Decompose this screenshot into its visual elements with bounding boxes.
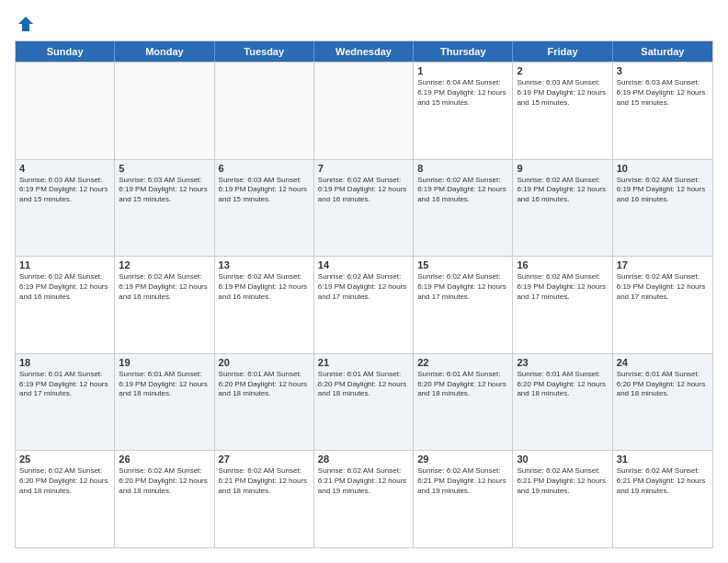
cell-info: Sunrise: 6:03 AM Sunset: 6:19 PM Dayligh… (219, 176, 310, 205)
cell-day-number: 14 (318, 259, 409, 270)
cell-info: Sunrise: 6:01 AM Sunset: 6:20 PM Dayligh… (417, 370, 508, 399)
cell-info: Sunrise: 6:02 AM Sunset: 6:19 PM Dayligh… (417, 176, 508, 205)
calendar-cell: 2Sunrise: 6:03 AM Sunset: 6:19 PM Daylig… (513, 63, 612, 159)
cell-info: Sunrise: 6:01 AM Sunset: 6:20 PM Dayligh… (219, 370, 310, 399)
calendar-header-row: SundayMondayTuesdayWednesdayThursdayFrid… (16, 41, 712, 62)
calendar-cell: 17Sunrise: 6:02 AM Sunset: 6:19 PM Dayli… (613, 257, 712, 353)
calendar-body: 1Sunrise: 6:04 AM Sunset: 6:19 PM Daylig… (16, 62, 712, 547)
cell-day-number: 27 (219, 454, 310, 465)
cell-day-number: 25 (19, 454, 110, 465)
cell-info: Sunrise: 6:02 AM Sunset: 6:21 PM Dayligh… (219, 466, 310, 496)
cell-info: Sunrise: 6:02 AM Sunset: 6:21 PM Dayligh… (417, 466, 508, 496)
calendar-header-cell: Tuesday (215, 41, 314, 62)
calendar-cell: 29Sunrise: 6:02 AM Sunset: 6:21 PM Dayli… (414, 451, 513, 547)
calendar-cell: 24Sunrise: 6:01 AM Sunset: 6:20 PM Dayli… (613, 354, 712, 451)
cell-day-number: 19 (119, 357, 210, 368)
calendar-week: 4Sunrise: 6:03 AM Sunset: 6:19 PM Daylig… (16, 159, 712, 257)
cell-info: Sunrise: 6:03 AM Sunset: 6:19 PM Dayligh… (119, 176, 210, 205)
cell-info: Sunrise: 6:02 AM Sunset: 6:21 PM Dayligh… (318, 466, 409, 496)
calendar-cell: 31Sunrise: 6:02 AM Sunset: 6:21 PM Dayli… (613, 451, 712, 547)
calendar-cell: 9Sunrise: 6:02 AM Sunset: 6:19 PM Daylig… (513, 160, 612, 257)
cell-info: Sunrise: 6:02 AM Sunset: 6:19 PM Dayligh… (219, 272, 310, 302)
cell-day-number: 22 (417, 357, 508, 368)
cell-day-number: 4 (19, 163, 110, 174)
cell-day-number: 13 (219, 259, 310, 270)
cell-info: Sunrise: 6:03 AM Sunset: 6:19 PM Dayligh… (19, 176, 110, 205)
calendar-cell: 27Sunrise: 6:02 AM Sunset: 6:21 PM Dayli… (215, 451, 314, 547)
logo-icon (17, 15, 35, 33)
calendar-header-cell: Friday (513, 41, 612, 62)
cell-day-number: 30 (517, 454, 608, 465)
cell-info: Sunrise: 6:02 AM Sunset: 6:19 PM Dayligh… (617, 272, 709, 302)
cell-info: Sunrise: 6:01 AM Sunset: 6:20 PM Dayligh… (517, 370, 608, 399)
header (15, 15, 713, 33)
cell-day-number: 9 (517, 163, 608, 174)
calendar-cell: 28Sunrise: 6:02 AM Sunset: 6:21 PM Dayli… (314, 451, 414, 547)
cell-day-number: 3 (617, 65, 709, 76)
cell-day-number: 2 (517, 65, 608, 76)
cell-info: Sunrise: 6:02 AM Sunset: 6:19 PM Dayligh… (318, 176, 409, 205)
cell-day-number: 7 (318, 163, 409, 174)
cell-day-number: 1 (417, 65, 508, 76)
cell-info: Sunrise: 6:01 AM Sunset: 6:20 PM Dayligh… (318, 370, 409, 399)
cell-info: Sunrise: 6:02 AM Sunset: 6:19 PM Dayligh… (517, 176, 608, 205)
cell-info: Sunrise: 6:02 AM Sunset: 6:19 PM Dayligh… (617, 176, 709, 205)
cell-info: Sunrise: 6:02 AM Sunset: 6:19 PM Dayligh… (318, 272, 409, 302)
calendar-cell: 15Sunrise: 6:02 AM Sunset: 6:19 PM Dayli… (414, 257, 513, 353)
cell-day-number: 29 (417, 454, 508, 465)
cell-day-number: 12 (119, 259, 210, 270)
cell-day-number: 15 (417, 259, 508, 270)
cell-day-number: 26 (119, 454, 210, 465)
calendar-cell: 7Sunrise: 6:02 AM Sunset: 6:19 PM Daylig… (314, 160, 414, 257)
calendar-cell (314, 63, 414, 159)
calendar: SundayMondayTuesdayWednesdayThursdayFrid… (15, 40, 713, 548)
calendar-cell: 23Sunrise: 6:01 AM Sunset: 6:20 PM Dayli… (513, 354, 612, 451)
calendar-header-cell: Saturday (613, 41, 712, 62)
cell-day-number: 6 (219, 163, 310, 174)
calendar-cell: 21Sunrise: 6:01 AM Sunset: 6:20 PM Dayli… (314, 354, 414, 451)
cell-info: Sunrise: 6:04 AM Sunset: 6:19 PM Dayligh… (417, 78, 508, 108)
cell-info: Sunrise: 6:01 AM Sunset: 6:19 PM Dayligh… (119, 370, 210, 399)
cell-info: Sunrise: 6:02 AM Sunset: 6:21 PM Dayligh… (517, 466, 608, 496)
calendar-cell: 6Sunrise: 6:03 AM Sunset: 6:19 PM Daylig… (215, 160, 314, 257)
logo (15, 15, 35, 33)
calendar-cell: 30Sunrise: 6:02 AM Sunset: 6:21 PM Dayli… (513, 451, 612, 547)
calendar-cell: 20Sunrise: 6:01 AM Sunset: 6:20 PM Dayli… (215, 354, 314, 451)
cell-info: Sunrise: 6:02 AM Sunset: 6:21 PM Dayligh… (617, 466, 709, 496)
calendar-header-cell: Wednesday (314, 41, 414, 62)
calendar-week: 18Sunrise: 6:01 AM Sunset: 6:19 PM Dayli… (16, 353, 712, 451)
cell-day-number: 5 (119, 163, 210, 174)
calendar-week: 11Sunrise: 6:02 AM Sunset: 6:19 PM Dayli… (16, 256, 712, 353)
calendar-cell: 5Sunrise: 6:03 AM Sunset: 6:19 PM Daylig… (115, 160, 214, 257)
cell-day-number: 28 (318, 454, 409, 465)
cell-day-number: 20 (219, 357, 310, 368)
calendar-cell (16, 63, 115, 159)
svg-marker-0 (18, 17, 33, 31)
calendar-cell: 19Sunrise: 6:01 AM Sunset: 6:19 PM Dayli… (115, 354, 214, 451)
cell-info: Sunrise: 6:01 AM Sunset: 6:19 PM Dayligh… (19, 370, 110, 399)
calendar-cell: 4Sunrise: 6:03 AM Sunset: 6:19 PM Daylig… (16, 160, 115, 257)
cell-info: Sunrise: 6:03 AM Sunset: 6:19 PM Dayligh… (617, 78, 709, 108)
cell-info: Sunrise: 6:02 AM Sunset: 6:19 PM Dayligh… (517, 272, 608, 302)
calendar-cell: 1Sunrise: 6:04 AM Sunset: 6:19 PM Daylig… (414, 63, 513, 159)
cell-info: Sunrise: 6:02 AM Sunset: 6:20 PM Dayligh… (119, 466, 210, 496)
calendar-header-cell: Monday (115, 41, 214, 62)
page: SundayMondayTuesdayWednesdayThursdayFrid… (0, 0, 728, 563)
cell-day-number: 18 (19, 357, 110, 368)
cell-day-number: 31 (617, 454, 709, 465)
cell-info: Sunrise: 6:02 AM Sunset: 6:19 PM Dayligh… (19, 272, 110, 302)
cell-day-number: 17 (617, 259, 709, 270)
calendar-cell: 16Sunrise: 6:02 AM Sunset: 6:19 PM Dayli… (513, 257, 612, 353)
calendar-cell: 22Sunrise: 6:01 AM Sunset: 6:20 PM Dayli… (414, 354, 513, 451)
cell-info: Sunrise: 6:03 AM Sunset: 6:19 PM Dayligh… (517, 78, 608, 108)
cell-day-number: 24 (617, 357, 709, 368)
calendar-week: 25Sunrise: 6:02 AM Sunset: 6:20 PM Dayli… (16, 450, 712, 547)
calendar-cell: 18Sunrise: 6:01 AM Sunset: 6:19 PM Dayli… (16, 354, 115, 451)
cell-day-number: 10 (617, 163, 709, 174)
calendar-cell: 26Sunrise: 6:02 AM Sunset: 6:20 PM Dayli… (115, 451, 214, 547)
calendar-week: 1Sunrise: 6:04 AM Sunset: 6:19 PM Daylig… (16, 62, 712, 159)
cell-day-number: 11 (19, 259, 110, 270)
calendar-cell: 3Sunrise: 6:03 AM Sunset: 6:19 PM Daylig… (613, 63, 712, 159)
calendar-header-cell: Thursday (414, 41, 513, 62)
calendar-cell: 25Sunrise: 6:02 AM Sunset: 6:20 PM Dayli… (16, 451, 115, 547)
